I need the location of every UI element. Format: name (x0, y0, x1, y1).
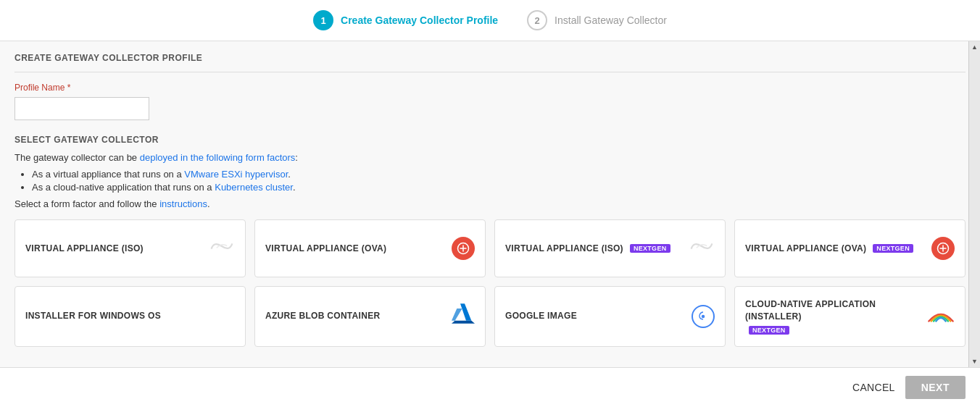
cards-row1: VIRTUAL APPLIANCE (ISO) VIRTUAL APPLIANC… (14, 219, 966, 277)
svg-point-2 (702, 315, 705, 319)
step1-circle: 1 (313, 10, 333, 30)
card-label-windows: INSTALLER FOR WINDOWS OS (25, 310, 161, 322)
card-label-row-cloud-native: CLOUD-NATIVE APPLICATION (INSTALLER) NEX… (745, 298, 921, 335)
scroll-arrows: ▲ ▼ (968, 41, 980, 367)
profile-name-input[interactable] (14, 97, 149, 120)
wizard-step-1: 1 Create Gateway Collector Profile (313, 10, 498, 30)
google-circle-icon (692, 305, 715, 328)
iso-icon (209, 238, 235, 259)
card-label-azure: AZURE BLOB CONTAINER (265, 310, 380, 322)
wizard-step-2: 2 Install Gateway Collector (527, 10, 667, 30)
card-label-wrapper-azure: AZURE BLOB CONTAINER (265, 310, 380, 322)
content-area[interactable]: CREATE GATEWAY COLLECTOR PROFILE Profile… (0, 41, 980, 367)
scroll-down-arrow[interactable]: ▼ (969, 356, 981, 367)
bullet-item-2: As a cloud-native application that runs … (32, 182, 966, 193)
nextgen-badge-cloud-native: NEXTGEN (749, 326, 789, 335)
profile-name-label: Profile Name * (14, 83, 966, 93)
kubernetes-link[interactable]: Kubernetes cluster (215, 182, 293, 193)
select-collector-section: SELECT GATEWAY COLLECTOR The gateway col… (14, 135, 966, 347)
instruction-text: Select a form factor and follow the inst… (14, 198, 966, 209)
step2-circle: 2 (527, 10, 547, 30)
card-azure-blob-container[interactable]: AZURE BLOB CONTAINER (254, 286, 486, 347)
step1-label: Create Gateway Collector Profile (341, 14, 498, 26)
wizard-header: 1 Create Gateway Collector Profile 2 Ins… (0, 0, 980, 41)
card-virtual-appliance-ova[interactable]: VIRTUAL APPLIANCE (OVA) (254, 219, 486, 277)
ova-nextgen-icon (931, 237, 955, 260)
main-container: CREATE GATEWAY COLLECTOR PROFILE Profile… (0, 41, 980, 367)
card-label-wrapper-ova: VIRTUAL APPLIANCE (OVA) (265, 243, 386, 255)
google-icon (692, 305, 715, 328)
select-collector-title: SELECT GATEWAY COLLECTOR (14, 135, 966, 145)
card-label-ova: VIRTUAL APPLIANCE (OVA) (265, 243, 386, 255)
card-virtual-appliance-iso-nextgen[interactable]: VIRTUAL APPLIANCE (ISO) NEXTGEN (494, 219, 726, 277)
step2-label: Install Gateway Collector (555, 14, 667, 26)
card-label-wrapper-ova-nextgen: VIRTUAL APPLIANCE (OVA) NEXTGEN (745, 243, 913, 255)
iso-nextgen-icon (689, 238, 715, 259)
card-label-wrapper-iso: VIRTUAL APPLIANCE (ISO) (25, 243, 144, 255)
card-label-wrapper-cloud-native: CLOUD-NATIVE APPLICATION (INSTALLER) NEX… (745, 298, 921, 335)
description-text: The gateway collector can be deployed in… (14, 152, 966, 163)
deployed-link[interactable]: deployed in the following form factors (140, 152, 296, 163)
rainbow-icon (927, 304, 955, 329)
vmware-link[interactable]: VMware ESXi hypervisor (184, 169, 288, 180)
card-label-row-ova-nextgen: VIRTUAL APPLIANCE (OVA) NEXTGEN (745, 243, 913, 255)
instructions-link[interactable]: instructions (159, 198, 207, 209)
section-divider (14, 72, 966, 72)
profile-section: CREATE GATEWAY COLLECTOR PROFILE Profile… (14, 53, 966, 120)
azure-icon (452, 303, 475, 329)
create-profile-title: CREATE GATEWAY COLLECTOR PROFILE (14, 53, 966, 63)
card-google-image[interactable]: GOOGLE IMAGE (494, 286, 726, 347)
ova-icon (452, 237, 475, 260)
ova-nextgen-circle-icon (931, 237, 955, 260)
cards-row2: INSTALLER FOR WINDOWS OS AZURE BLOB CONT… (14, 286, 966, 347)
card-installer-windows[interactable]: INSTALLER FOR WINDOWS OS (14, 286, 246, 347)
card-label-iso: VIRTUAL APPLIANCE (ISO) (25, 243, 144, 255)
card-virtual-appliance-ova-nextgen[interactable]: VIRTUAL APPLIANCE (OVA) NEXTGEN (734, 219, 966, 277)
ova-circle-icon (452, 237, 475, 260)
card-label-google: GOOGLE IMAGE (505, 310, 577, 322)
nextgen-badge-ova: NEXTGEN (873, 244, 913, 253)
card-cloud-native-installer[interactable]: CLOUD-NATIVE APPLICATION (INSTALLER) NEX… (734, 286, 966, 347)
nextgen-badge-iso: NEXTGEN (630, 244, 670, 253)
card-label-cloud-native: CLOUD-NATIVE APPLICATION (INSTALLER) (745, 298, 921, 323)
footer-bar: CANCEL NEXT (0, 367, 980, 407)
scroll-up-arrow[interactable]: ▲ (969, 41, 981, 53)
card-label-ova-nextgen: VIRTUAL APPLIANCE (OVA) (745, 243, 866, 255)
card-label-wrapper-iso-nextgen: VIRTUAL APPLIANCE (ISO) NEXTGEN (505, 243, 670, 255)
next-button[interactable]: NEXT (905, 376, 966, 399)
card-label-wrapper-windows: INSTALLER FOR WINDOWS OS (25, 310, 161, 322)
card-label-row-iso-nextgen: VIRTUAL APPLIANCE (ISO) NEXTGEN (505, 243, 670, 255)
cancel-button[interactable]: CANCEL (852, 382, 895, 393)
bullet-item-1: As a virtual appliance that runs on a VM… (32, 169, 966, 180)
card-virtual-appliance-iso[interactable]: VIRTUAL APPLIANCE (ISO) (14, 219, 246, 277)
bullet-list: As a virtual appliance that runs on a VM… (14, 169, 966, 193)
card-label-iso-nextgen: VIRTUAL APPLIANCE (ISO) (505, 243, 623, 255)
card-label-wrapper-google: GOOGLE IMAGE (505, 310, 577, 322)
